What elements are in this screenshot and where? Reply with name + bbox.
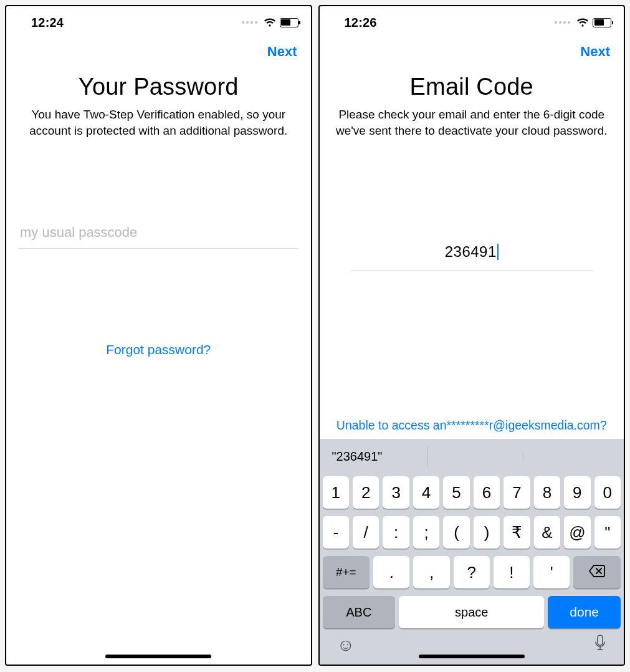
suggestion-1[interactable]: "236491" — [325, 446, 428, 468]
key-slash[interactable]: / — [353, 516, 379, 549]
key-semicolon[interactable]: ; — [413, 516, 439, 549]
key-6[interactable]: 6 — [474, 476, 500, 509]
status-time: 12:26 — [345, 16, 377, 30]
nav-bar: Next — [320, 35, 624, 69]
key-4[interactable]: 4 — [413, 476, 439, 509]
home-indicator[interactable] — [105, 655, 211, 658]
key-2[interactable]: 2 — [353, 476, 379, 509]
key-done[interactable]: done — [548, 596, 621, 628]
code-value: 236491 — [445, 243, 497, 260]
key-5[interactable]: 5 — [443, 476, 469, 509]
key-backspace[interactable] — [573, 556, 621, 588]
key-dash[interactable]: - — [323, 516, 349, 549]
key-question[interactable]: ? — [454, 556, 490, 588]
nav-bar: Next — [6, 35, 311, 69]
backspace-icon — [588, 563, 606, 582]
next-button[interactable]: Next — [580, 44, 610, 60]
page-title: Email Code — [320, 74, 624, 100]
keyboard-row-4: ABC space done — [323, 596, 621, 628]
wifi-icon — [264, 18, 276, 27]
key-symbols[interactable]: #+= — [323, 556, 370, 588]
cellular-dots-icon — [555, 21, 570, 24]
battery-icon — [593, 18, 611, 27]
battery-icon — [280, 18, 298, 27]
status-right — [555, 18, 611, 27]
status-right — [242, 18, 298, 27]
phone-screen-password: 12:24 Next Your Password You have Two-St… — [5, 5, 312, 666]
home-indicator[interactable] — [419, 655, 525, 658]
key-abc[interactable]: ABC — [323, 596, 396, 628]
key-lparen[interactable]: ( — [443, 516, 469, 549]
page-subtitle: Please check your email and enter the 6-… — [320, 107, 624, 138]
text-caret — [497, 244, 499, 260]
page-subtitle: You have Two-Step Verification enabled, … — [6, 107, 311, 138]
suggestion-2[interactable] — [427, 453, 523, 460]
mic-icon[interactable] — [594, 635, 606, 656]
next-button[interactable]: Next — [267, 44, 297, 60]
key-comma[interactable]: , — [413, 556, 449, 588]
code-field-wrap: 236491 — [351, 238, 593, 271]
key-rupee[interactable]: ₹ — [504, 516, 530, 549]
keyboard-row-1: 1 2 3 4 5 6 7 8 9 0 — [323, 476, 621, 509]
keyboard-suggestion-bar: "236491" — [320, 439, 624, 474]
status-time: 12:24 — [31, 16, 64, 30]
key-rparen[interactable]: ) — [474, 516, 500, 549]
key-period[interactable]: . — [373, 556, 409, 588]
cellular-dots-icon — [242, 21, 257, 24]
suggestion-3[interactable] — [523, 453, 619, 460]
page-title: Your Password — [6, 74, 311, 100]
key-3[interactable]: 3 — [383, 476, 409, 509]
key-0[interactable]: 0 — [594, 476, 621, 509]
key-9[interactable]: 9 — [564, 476, 590, 509]
password-input[interactable] — [19, 219, 298, 249]
key-7[interactable]: 7 — [504, 476, 530, 509]
key-colon[interactable]: : — [383, 516, 409, 549]
key-1[interactable]: 1 — [323, 476, 349, 509]
ios-keyboard: "236491" 1 2 3 4 5 6 7 8 9 0 - / : ; — [320, 439, 624, 665]
key-apostrophe[interactable]: ' — [533, 556, 570, 588]
keyboard-rows: 1 2 3 4 5 6 7 8 9 0 - / : ; ( ) ₹ & @ — [320, 474, 624, 632]
code-input[interactable]: 236491 — [351, 238, 593, 271]
key-space[interactable]: space — [399, 596, 544, 628]
forgot-password-link[interactable]: Forgot password? — [6, 342, 311, 357]
phone-screen-email-code: 12:26 Next Email Code Please check your … — [318, 5, 626, 666]
key-amp[interactable]: & — [534, 516, 560, 549]
keyboard-row-3: #+= . , ? ! ' — [323, 556, 621, 588]
key-at[interactable]: @ — [564, 516, 590, 549]
key-exclaim[interactable]: ! — [494, 556, 530, 588]
svg-rect-0 — [598, 635, 603, 645]
wifi-icon — [576, 18, 589, 27]
status-bar: 12:26 — [320, 6, 624, 35]
status-bar: 12:24 — [6, 6, 311, 35]
unable-access-link[interactable]: Unable to access an*********r@igeeksmedi… — [320, 418, 624, 433]
emoji-icon[interactable]: ☺ — [337, 635, 355, 655]
key-quote[interactable]: " — [594, 516, 621, 549]
password-field-wrap — [19, 219, 298, 249]
key-8[interactable]: 8 — [534, 476, 560, 509]
keyboard-row-2: - / : ; ( ) ₹ & @ " — [323, 516, 621, 549]
